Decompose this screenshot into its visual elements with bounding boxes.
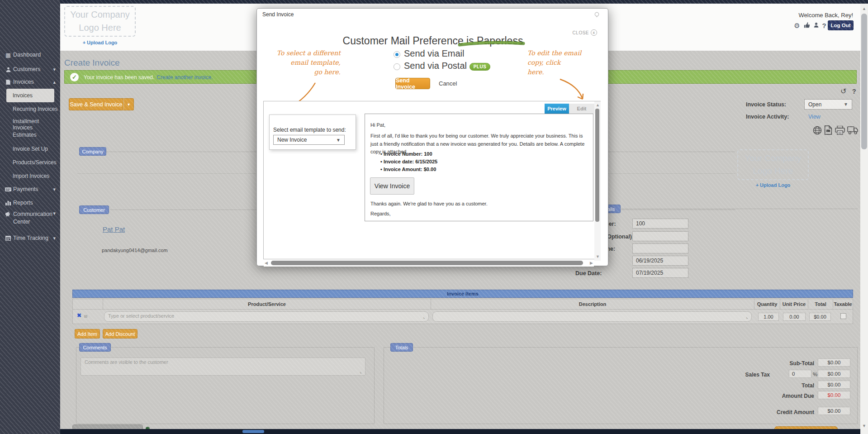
delivery-truck-icon[interactable] [847, 126, 858, 136]
logo-text-line1: Your Company [70, 8, 130, 21]
product-service-input[interactable] [104, 311, 429, 322]
sidebar-item-reports[interactable]: Reports [0, 198, 60, 208]
total-field: $0.00 [818, 381, 850, 389]
sidebar-item-invoices[interactable]: Invoices ▴ [0, 77, 60, 87]
tab-preview[interactable]: Preview [545, 104, 569, 114]
amount-due-field: $0.00 [818, 391, 850, 399]
sidebar-item-customers[interactable]: Customers ▾ [0, 64, 60, 74]
company-logo-placeholder[interactable]: Your Company Logo Here [64, 6, 136, 37]
sidebar-item-label: Reports [13, 200, 33, 206]
help-icon[interactable]: ? [820, 22, 828, 29]
save-send-dropdown-caret[interactable]: ▾ [123, 98, 134, 110]
app-root: ▦ Dashboard Customers ▾ Invoices ▴ Invoi… [0, 0, 868, 434]
delete-row-icon[interactable]: ✖ [77, 312, 81, 319]
page-vertical-scrollbar[interactable]: ▲ ▼ [860, 4, 868, 434]
send-invoice-button[interactable]: Send Invoice [395, 78, 430, 89]
send-via-postal-label[interactable]: Send via Postal [404, 61, 467, 71]
sidebar-item-communication-center[interactable]: Communication Center ▾ [0, 210, 60, 227]
bar-chart-icon [5, 200, 12, 205]
add-item-button[interactable]: Add Item [75, 329, 100, 339]
user-icon[interactable] [812, 22, 820, 29]
sidebar-subitem-recurring-invoices[interactable]: Recurring Invoices [13, 106, 58, 112]
description-input[interactable] [432, 311, 752, 322]
scrollbar-thumb[interactable] [861, 14, 867, 149]
invoice-icon [5, 79, 12, 85]
sidebar-subitem-products-services[interactable]: Products/Services [13, 159, 58, 166]
cancel-button[interactable]: Cancel [439, 80, 457, 87]
company-section-tag: Company [79, 147, 106, 156]
scroll-up-icon[interactable]: ▲ [862, 6, 866, 11]
create-another-invoice-link[interactable]: Create another invoice. [157, 74, 213, 81]
bullet-text: Invoice Amount: $0.00 [384, 167, 436, 172]
modal-vertical-scrollbar[interactable]: ▲ ▼ [594, 101, 601, 261]
note-select-template: To select a different email template, go… [276, 48, 341, 77]
save-send-invoice-button[interactable]: Save & Send Invoice [69, 98, 123, 110]
send-via-email-label[interactable]: Send via Email [404, 48, 464, 59]
scrollbar-thumb[interactable] [242, 430, 264, 433]
name-field[interactable] [632, 243, 688, 253]
resize-handle-icon[interactable]: ⌟ [746, 317, 750, 319]
quantity-input[interactable]: 1.00 [758, 313, 779, 321]
invoice-date-field[interactable]: 06/19/2025 [632, 256, 688, 266]
add-discount-button[interactable]: Add Discount [103, 329, 138, 339]
sidebar-item-dashboard[interactable]: ▦ Dashboard [0, 50, 60, 60]
due-date-field[interactable]: 07/19/2025 [632, 268, 688, 278]
customer-email: pandakyung0414@gmail.com [102, 248, 168, 253]
note-line: here. [527, 68, 544, 76]
sidebar-subitem-estimates[interactable]: Estimates [13, 132, 58, 138]
taxable-checkbox[interactable] [840, 313, 846, 319]
hint-icon[interactable] [594, 11, 600, 19]
sidebar-subitem-invoice-set-up[interactable]: Invoice Set Up [13, 146, 58, 152]
tab-edit[interactable]: Edit [569, 104, 594, 114]
comments-textarea[interactable] [81, 358, 365, 376]
scrollbar-thumb[interactable] [271, 261, 583, 265]
upload-logo-link[interactable]: + Upload Logo [68, 40, 132, 45]
invoice-status-select[interactable]: Open ▼ [804, 99, 852, 110]
gear-icon[interactable]: ⚙ [793, 22, 801, 30]
help-icon[interactable]: ? [852, 88, 856, 95]
scroll-up-icon[interactable]: ▲ [596, 103, 600, 107]
resize-handle-icon[interactable]: ⌟ [423, 317, 427, 319]
po-number-field[interactable] [632, 231, 688, 241]
logout-button[interactable]: Log Out [828, 20, 854, 30]
send-via-postal-radio[interactable] [394, 63, 400, 70]
view-invoice-button[interactable]: View Invoice [370, 177, 414, 195]
drag-handle-icon[interactable]: ▤ [84, 314, 88, 318]
invoice-status-value: Open [808, 101, 821, 108]
print-icon[interactable] [835, 126, 845, 137]
upload-logo-link[interactable]: + Upload Logo [741, 182, 805, 188]
sales-tax-rate-input[interactable]: 0 [789, 370, 811, 378]
sidebar-subitem-installment-invoices[interactable]: Installment Invoices [13, 118, 58, 131]
history-icon[interactable]: ↺ [840, 87, 846, 95]
sidebar-item-payments[interactable]: Payments ▾ [0, 184, 60, 194]
resize-handle-icon[interactable]: ⌟ [360, 372, 364, 373]
invoice-company-logo-placeholder[interactable]: Your Company Logo Here [737, 149, 809, 180]
unit-price-input[interactable]: 0.00 [783, 313, 806, 321]
sidebar-subitem-invoices-active[interactable]: Invoices [6, 89, 54, 102]
credit-amount-label: Credit Amount [751, 409, 814, 415]
scroll-right-icon[interactable]: ▶ [590, 261, 593, 265]
customer-name-link[interactable]: Pat Pat [103, 225, 125, 233]
globe-icon[interactable] [813, 126, 822, 137]
sidebar-subitem-import-invoices[interactable]: Import Invoices [13, 173, 58, 179]
invoice-items-header-bar: Invoice Items [72, 290, 853, 298]
invoice-number-field[interactable]: 100 [632, 219, 688, 229]
scroll-left-icon[interactable]: ◀ [265, 261, 268, 265]
modal-horizontal-scrollbar[interactable]: ◀ ▶ [264, 259, 594, 267]
note-line: go here. [314, 68, 341, 76]
invoice-activity-view-link[interactable]: View [808, 114, 821, 120]
credit-amount-value: $0.00 [828, 408, 841, 414]
thumbs-up-icon[interactable] [803, 22, 811, 29]
sidebar-item-time-tracking[interactable]: Time Tracking ▾ [0, 233, 60, 243]
pdf-file-icon[interactable] [824, 125, 833, 137]
optional-label-fragment: (Optional): [605, 234, 634, 240]
scroll-down-icon[interactable]: ▼ [596, 254, 600, 259]
page-horizontal-scrollbar[interactable] [60, 429, 860, 434]
send-via-email-radio[interactable] [394, 51, 400, 58]
sidebar-item-label: Payments [13, 186, 38, 192]
scroll-down-icon[interactable]: ▼ [862, 424, 866, 428]
template-select[interactable]: New Invoice ▼ [273, 135, 345, 145]
scrollbar-thumb[interactable] [595, 109, 599, 222]
sidebar-item-label: Customers [13, 66, 40, 72]
amount-due-label: Amount Due [751, 393, 814, 399]
